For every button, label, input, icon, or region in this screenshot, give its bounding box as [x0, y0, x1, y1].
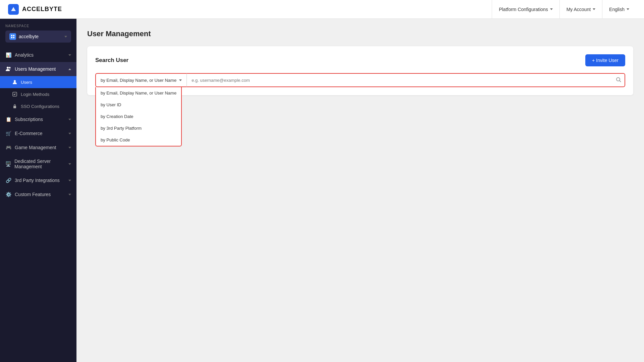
search-card-title: Search User [95, 57, 128, 64]
nav-right: Platform Configurations My Account Engli… [492, 0, 636, 19]
page-title: User Management [87, 29, 633, 38]
sidebar-item-login-methods[interactable]: Login Methods [0, 88, 76, 100]
svg-point-5 [9, 67, 11, 69]
sidebar-item-third-party-integrations[interactable]: 🔗 3rd Party Integrations [0, 173, 76, 187]
sidebar-item-ecommerce[interactable]: 🛒 E-Commerce [0, 126, 76, 140]
language-nav[interactable]: English [602, 0, 636, 19]
platform-configurations-label: Platform Configurations [499, 7, 548, 12]
svg-rect-2 [11, 37, 12, 38]
search-type-dropdown[interactable]: by Email, Display Name, or User Name [95, 73, 186, 87]
sidebar-item-dedicated-server-management[interactable]: 🖥️ Dedicated Server Management [0, 155, 76, 173]
sidebar-item-subscriptions[interactable]: 📋 Subscriptions [0, 112, 76, 126]
sidebar-item-users-management[interactable]: Users Management [0, 62, 76, 76]
my-account-chevron [593, 8, 595, 10]
analytics-chevron [68, 54, 71, 56]
sidebar-item-custom-features[interactable]: ⚙️ Custom Features [0, 187, 76, 201]
users-management-icon [5, 66, 11, 72]
invite-user-button[interactable]: + Invite User [585, 54, 625, 66]
search-card: Search User + Invite User by Email, Disp… [87, 46, 633, 95]
dropdown-option-creation-date[interactable]: by Creation Date [96, 111, 181, 122]
search-input-wrapper [186, 73, 625, 87]
analytics-label: Analytics [15, 52, 34, 58]
svg-rect-3 [13, 37, 14, 38]
login-methods-label: Login Methods [21, 92, 49, 97]
subscriptions-label: Subscriptions [15, 117, 43, 122]
language-chevron [627, 8, 629, 10]
third-party-chevron [68, 180, 71, 181]
login-methods-icon [12, 92, 17, 97]
subscriptions-icon: 📋 [5, 116, 11, 122]
users-label: Users [21, 80, 32, 85]
sso-icon [12, 104, 17, 109]
platform-configurations-chevron [550, 8, 553, 10]
namespace-section: NAMESPACE accelbyte [0, 19, 76, 45]
users-management-label: Users Management [15, 66, 56, 72]
platform-configurations-nav[interactable]: Platform Configurations [492, 0, 559, 19]
sidebar-item-users[interactable]: Users [0, 76, 76, 88]
ecommerce-icon: 🛒 [5, 130, 11, 136]
language-label: English [609, 7, 625, 12]
nav-section: 📊 Analytics Users Mana [0, 45, 76, 204]
custom-features-icon: ⚙️ [5, 191, 11, 197]
namespace-icon [9, 33, 16, 40]
namespace-selector[interactable]: accelbyte [5, 31, 71, 43]
search-type-menu: by Email, Display Name, or User Name by … [95, 87, 182, 146]
logo-icon [8, 4, 19, 15]
namespace-chevron [64, 36, 67, 38]
game-management-chevron [68, 147, 71, 148]
logo-area: ACCELBYTE [8, 4, 62, 15]
sso-configurations-label: SSO Configurations [21, 104, 59, 109]
svg-rect-0 [11, 35, 12, 36]
sidebar: NAMESPACE accelbyte 📊 [0, 19, 76, 362]
dedicated-server-chevron [68, 163, 71, 165]
svg-line-10 [620, 81, 621, 82]
namespace-label: NAMESPACE [5, 24, 71, 28]
search-row: by Email, Display Name, or User Name by … [95, 73, 625, 87]
svg-point-4 [7, 67, 9, 69]
dropdown-option-userid[interactable]: by User ID [96, 99, 181, 111]
top-nav: ACCELBYTE Platform Configurations My Acc… [0, 0, 644, 19]
sidebar-item-sso-configurations[interactable]: SSO Configurations [0, 100, 76, 112]
logo-text: ACCELBYTE [22, 6, 62, 13]
sidebar-item-analytics[interactable]: 📊 Analytics [0, 48, 76, 62]
ecommerce-label: E-Commerce [15, 131, 42, 136]
users-management-chevron [68, 68, 71, 70]
main-content: User Management Search User + Invite Use… [76, 19, 644, 362]
svg-rect-8 [13, 106, 16, 108]
sidebar-item-game-management[interactable]: 🎮 Game Management [0, 140, 76, 155]
dropdown-option-public-code[interactable]: by Public Code [96, 134, 181, 146]
svg-rect-1 [13, 35, 14, 36]
dropdown-option-third-party[interactable]: by 3rd Party Platform [96, 122, 181, 134]
third-party-icon: 🔗 [5, 177, 11, 183]
dedicated-server-icon: 🖥️ [5, 161, 11, 167]
third-party-label: 3rd Party Integrations [15, 178, 60, 183]
my-account-nav[interactable]: My Account [559, 0, 602, 19]
search-type-selected: by Email, Display Name, or User Name [101, 78, 176, 83]
users-icon [12, 79, 17, 85]
dedicated-server-label: Dedicated Server Management [14, 159, 68, 169]
custom-features-label: Custom Features [15, 192, 51, 197]
game-management-label: Game Management [15, 145, 56, 150]
search-dropdown: by Email, Display Name, or User Name by … [95, 73, 186, 87]
my-account-label: My Account [567, 7, 591, 12]
search-card-header: Search User + Invite User [95, 54, 625, 66]
custom-features-chevron [68, 194, 71, 195]
search-input[interactable] [186, 73, 625, 87]
svg-point-9 [616, 78, 620, 81]
search-submit-button[interactable] [616, 77, 621, 83]
analytics-icon: 📊 [5, 52, 11, 58]
layout: NAMESPACE accelbyte 📊 [0, 19, 644, 362]
namespace-name: accelbyte [19, 34, 62, 39]
game-management-icon: 🎮 [5, 144, 11, 150]
ecommerce-chevron [68, 133, 71, 134]
subscriptions-chevron [68, 119, 71, 120]
dropdown-option-email[interactable]: by Email, Display Name, or User Name [96, 87, 181, 99]
search-type-chevron [179, 79, 182, 81]
svg-point-6 [14, 80, 16, 82]
